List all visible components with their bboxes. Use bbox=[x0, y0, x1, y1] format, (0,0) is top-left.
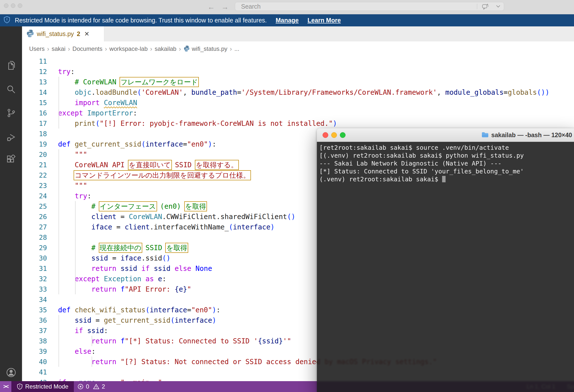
breadcrumb-item[interactable]: Documents bbox=[72, 45, 102, 52]
breadcrumb-item[interactable]: sakai bbox=[52, 45, 65, 52]
line-number: 36 bbox=[22, 315, 47, 326]
code-text: objc.loadBundle('CoreWLAN', bundle_path=… bbox=[58, 88, 549, 96]
line-number: 11 bbox=[22, 56, 47, 67]
line-number: 22 bbox=[22, 170, 47, 181]
code-text: except ImportError: bbox=[58, 109, 137, 117]
activity-bar: ⚙ bbox=[0, 26, 22, 381]
restricted-mode-label: Restricted Mode bbox=[25, 383, 68, 390]
explorer-icon[interactable] bbox=[6, 60, 16, 71]
terminal-line: [*] Status: Connected to SSID 'your_file… bbox=[319, 168, 574, 175]
back-arrow-icon[interactable]: ← bbox=[207, 0, 215, 14]
tab-wifi-status[interactable]: wifi_status.py 2 ✕ bbox=[22, 26, 104, 41]
breadcrumb-file[interactable]: wifi_status.py bbox=[192, 45, 227, 52]
line-number: 39 bbox=[22, 346, 47, 357]
search-icon[interactable] bbox=[6, 84, 16, 94]
shield-icon bbox=[3, 16, 10, 25]
zoom-window-button[interactable] bbox=[18, 3, 22, 8]
tab-problem-badge: 2 bbox=[77, 30, 80, 37]
breadcrumb-separator: › bbox=[150, 45, 152, 53]
command-center-search[interactable]: Search bbox=[235, 2, 504, 11]
breadcrumb-separator: › bbox=[47, 45, 49, 53]
terminal-body[interactable]: [ret2root:sakailab sakai$ source .venv/b… bbox=[317, 142, 574, 392]
breadcrumb-more[interactable]: ... bbox=[234, 45, 239, 52]
terminal-title: sakailab — -bash — 120×40 bbox=[491, 128, 572, 142]
code-line[interactable]: 12try: bbox=[22, 67, 574, 77]
minimize-window-button[interactable] bbox=[11, 3, 15, 8]
tab-filename: wifi_status.py bbox=[37, 30, 74, 37]
line-number: 25 bbox=[22, 201, 47, 212]
code-text: # CoreWLAN フレームワークをロード bbox=[58, 78, 198, 86]
window-titlebar: ← → Search bbox=[0, 0, 574, 14]
line-number: 23 bbox=[22, 181, 47, 191]
terminal-traffic-lights[interactable] bbox=[323, 132, 346, 138]
code-line[interactable]: 11 bbox=[22, 56, 574, 67]
problems-status[interactable]: 0 2 bbox=[77, 381, 105, 392]
line-number: 41 bbox=[22, 367, 47, 377]
run-debug-icon[interactable] bbox=[6, 132, 16, 142]
chevron-down-icon[interactable] bbox=[495, 4, 501, 9]
learn-more-link[interactable]: Learn More bbox=[308, 17, 341, 24]
account-icon[interactable] bbox=[6, 367, 16, 378]
line-number: 29 bbox=[22, 243, 47, 253]
remote-indicator[interactable]: >< bbox=[0, 381, 11, 392]
breadcrumb-item[interactable]: workspace-lab bbox=[109, 45, 148, 52]
forward-arrow-icon[interactable]: → bbox=[221, 0, 229, 14]
line-number: 37 bbox=[22, 326, 47, 336]
line-number: 15 bbox=[22, 98, 47, 108]
indent-guide bbox=[75, 201, 76, 294]
line-number: 24 bbox=[22, 191, 47, 201]
line-number: 27 bbox=[22, 222, 47, 232]
breadcrumb-separator: › bbox=[179, 45, 181, 53]
traffic-lights[interactable] bbox=[4, 3, 22, 8]
terminal-zoom-button[interactable] bbox=[340, 132, 346, 138]
breadcrumb-item[interactable]: Users bbox=[29, 45, 45, 52]
code-text: try: bbox=[58, 192, 91, 200]
error-count: 0 bbox=[86, 383, 89, 390]
banner-text: Restricted Mode is intended for safe cod… bbox=[15, 17, 267, 24]
code-line[interactable]: 14 objc.loadBundle('CoreWLAN', bundle_pa… bbox=[22, 87, 574, 98]
code-text: try: bbox=[58, 68, 75, 76]
line-number: 40 bbox=[22, 357, 47, 367]
code-line[interactable]: 16except ImportError: bbox=[22, 108, 574, 118]
code-text: import CoreWLAN bbox=[58, 99, 137, 107]
indent-guide bbox=[92, 356, 92, 367]
line-number: 28 bbox=[22, 232, 47, 243]
breadcrumb-separator: › bbox=[68, 45, 70, 53]
terminal-prompt-line: (.venv) ret2root:sakailab sakai$ bbox=[319, 175, 574, 183]
breadcrumb-separator: › bbox=[105, 45, 107, 53]
close-window-button[interactable] bbox=[4, 3, 8, 8]
line-number: 20 bbox=[22, 149, 47, 160]
tab-close-icon[interactable]: ✕ bbox=[84, 30, 89, 37]
python-file-icon bbox=[184, 45, 190, 53]
code-text: client = CoreWLAN.CWWiFiClient.sharedWiF… bbox=[58, 213, 295, 221]
line-number: 16 bbox=[22, 108, 47, 118]
code-line[interactable]: 17 print("[!] Error: pyobjc-framework-Co… bbox=[22, 118, 574, 129]
indent-guide bbox=[59, 315, 59, 367]
remote-icon: >< bbox=[3, 383, 8, 390]
terminal-line: [ret2root:sakailab sakai$ source .venv/b… bbox=[319, 144, 574, 152]
terminal-minimize-button[interactable] bbox=[331, 132, 337, 138]
code-text: else: bbox=[58, 347, 96, 355]
editor-tab-bar: wifi_status.py 2 ✕ bbox=[22, 26, 574, 41]
line-number: 38 bbox=[22, 336, 47, 346]
extensions-icon[interactable] bbox=[6, 154, 16, 165]
code-text: print("[!] Error: pyobjc-framework-CoreW… bbox=[58, 119, 337, 128]
terminal-cursor bbox=[442, 176, 446, 182]
line-number: 13 bbox=[22, 77, 47, 87]
code-line[interactable]: 13 # CoreWLAN フレームワークをロード bbox=[22, 77, 574, 87]
restricted-mode-status[interactable]: Restricted Mode bbox=[11, 381, 74, 392]
code-text: # 現在接続中の SSID を取得 bbox=[58, 244, 187, 252]
line-number: 31 bbox=[22, 263, 47, 274]
indent-guide bbox=[59, 149, 59, 294]
source-control-icon[interactable] bbox=[6, 108, 16, 118]
code-text: def get_current_ssid(interface="en0"): bbox=[58, 140, 216, 148]
manage-link[interactable]: Manage bbox=[276, 17, 299, 24]
code-line[interactable]: 15 import CoreWLAN bbox=[22, 98, 574, 108]
code-text: except Exception as e: bbox=[58, 275, 166, 283]
breadcrumb: Users › sakai › Documents › workspace-la… bbox=[22, 41, 574, 56]
terminal-close-button[interactable] bbox=[323, 132, 328, 138]
terminal-titlebar[interactable]: sakailab — -bash — 120×40 bbox=[317, 128, 574, 142]
breadcrumb-item[interactable]: sakailab bbox=[155, 45, 176, 52]
terminal-window[interactable]: sakailab — -bash — 120×40 [ret2root:saka… bbox=[317, 128, 574, 392]
copilot-chat-icon[interactable] bbox=[482, 3, 489, 11]
